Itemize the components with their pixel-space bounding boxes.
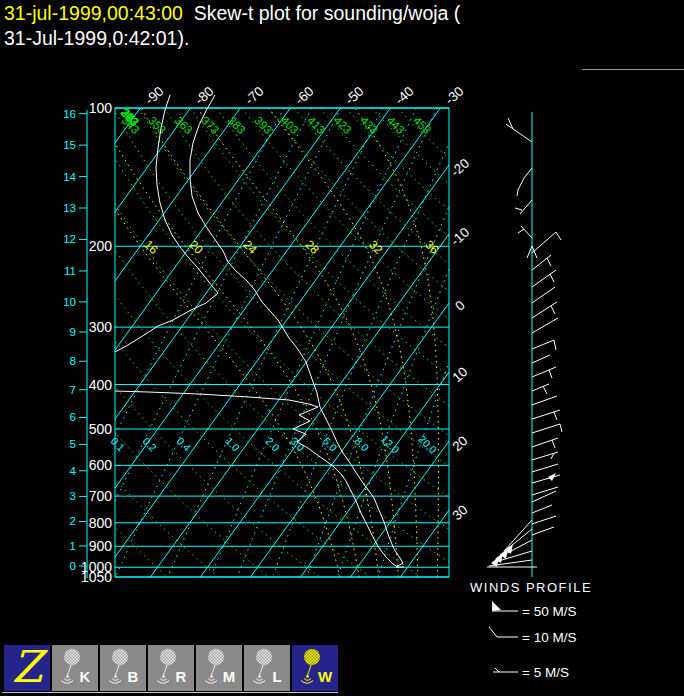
dry-adiabat-label: 413 [305, 114, 327, 136]
toolbar-button-k[interactable]: K [52, 645, 98, 691]
height-tick-label: 3 [70, 490, 76, 502]
mixing-ratio-label: 12.0 [379, 433, 402, 456]
mixing-ratio-label: 0.4 [175, 435, 194, 454]
isotherm-right-label: 10 [449, 364, 470, 385]
balloon-icon: M [196, 645, 242, 691]
toolbar-underline [2, 692, 338, 693]
balloon-icon: R [148, 645, 194, 691]
isotherm-top-label: -90 [142, 84, 167, 108]
pressure-labels: 10020030040050060070080090010001050 [81, 100, 112, 585]
script-z-icon: Z [4, 645, 50, 691]
height-tick-label: 12 [63, 233, 76, 245]
balloon-icon: W [292, 645, 338, 691]
height-tick-label: 4 [70, 465, 77, 477]
mixing-ratio-label: 0.1 [108, 435, 127, 454]
wind-legend: = 50 M/S= 10 M/S= 5 M/S [489, 601, 576, 680]
mixing-ratio-label: 0.2 [140, 435, 159, 454]
full-barb-icon [489, 627, 497, 637]
toolbar-button-letter: K [80, 668, 91, 685]
svg-text:600: 600 [89, 457, 113, 473]
svg-text:300: 300 [89, 319, 113, 335]
dry-adiabat-label: 353 [146, 114, 168, 136]
moist-adiabat-label: 32 [366, 237, 386, 257]
toolbar-button-w[interactable]: W [292, 645, 338, 691]
dry-adiabat-label: 453 [411, 114, 433, 136]
isotherm-right-label: 20 [449, 433, 470, 454]
balloon-icon: K [52, 645, 98, 691]
height-tick-label: 15 [63, 139, 76, 151]
skewt-field [0, 108, 684, 577]
isotherm-right-label: -20 [448, 156, 473, 180]
dry-adiabat-label: 393 [252, 114, 274, 136]
moist-adiabat-label: 28 [302, 237, 322, 257]
height-tick-label: 16 [63, 108, 76, 120]
isotherm-right-label: 0 [452, 298, 468, 314]
dewpoint-trace [115, 95, 218, 352]
wind-barbs [487, 118, 562, 567]
isotherm-right-label: 30 [449, 502, 470, 523]
svg-text:100: 100 [89, 100, 113, 116]
dry-adiabat-label: 423 [332, 114, 354, 136]
moist-adiabat-label: 24 [240, 237, 260, 257]
isotherm-top-label: -40 [392, 84, 417, 108]
isotherms [0, 108, 684, 577]
height-tick-label: 13 [63, 202, 76, 214]
pressure-gridlines [115, 108, 449, 577]
mixing-ratio-label: 3.0 [288, 435, 307, 454]
moist-adiabat-label: 36 [422, 237, 442, 257]
wind-legend-label: = 50 M/S [522, 604, 576, 619]
toolbar-button-b[interactable]: B [100, 645, 146, 691]
svg-text:200: 200 [89, 238, 113, 254]
isotherm-top-label: -80 [192, 84, 217, 108]
dry-adiabat-label: 433 [358, 114, 380, 136]
plot-border [115, 108, 449, 577]
isotherm-right-label: -10 [448, 225, 473, 249]
toolbar-button-letter: M [223, 668, 236, 685]
toolbar-button-l[interactable]: L [244, 645, 290, 691]
mixing-ratio-label: 20.0 [416, 433, 439, 456]
balloon-icon: B [100, 645, 146, 691]
winds-profile-label: WINDS PROFILE [470, 580, 592, 595]
isotherm-top-label: -30 [442, 84, 467, 108]
flag-50ms-icon [492, 601, 501, 611]
isotherm-top-label: -70 [242, 84, 267, 108]
height-tick-label: 6 [70, 411, 76, 423]
dry-adiabat-label: 383 [226, 114, 248, 136]
toolbar-button-r[interactable]: R [148, 645, 194, 691]
isotherm-top-label: -60 [292, 84, 317, 108]
height-tick-label: 7 [70, 384, 76, 396]
wind-legend-label: = 5 M/S [522, 665, 569, 680]
svg-text:1050: 1050 [81, 569, 112, 585]
svg-text:Z: Z [12, 645, 49, 691]
toolbar-button-z[interactable]: Z [4, 645, 50, 691]
svg-text:900: 900 [89, 538, 113, 554]
dewpoint-trace-lower [115, 391, 399, 568]
dry-adiabat-label: 403 [279, 114, 301, 136]
height-tick-label: 8 [70, 355, 76, 367]
balloon-icon: L [244, 645, 290, 691]
dry-adiabat-label: 363 [173, 114, 195, 136]
height-tick-label: 1 [70, 540, 76, 552]
mixing-ratio-label: 2.0 [263, 435, 282, 454]
height-tick-label: 14 [63, 171, 76, 183]
height-axis: 012345678910111213141516 [63, 108, 87, 578]
toolbar-button-letter: B [128, 668, 139, 685]
mixing-ratio-label: 5.0 [321, 435, 340, 454]
toolbar-button-letter: L [272, 668, 281, 685]
wind-legend-label: = 10 M/S [522, 630, 576, 645]
mixing-ratio-label: 1.0 [223, 435, 242, 454]
height-tick-label: 9 [70, 326, 76, 338]
toolbar-button-letter: R [176, 668, 187, 685]
svg-text:800: 800 [89, 515, 113, 531]
svg-text:500: 500 [89, 421, 113, 437]
isotherm-top-label: -50 [342, 84, 367, 108]
height-tick-label: 5 [70, 438, 76, 450]
height-tick-label: 0 [70, 560, 76, 572]
toolbar-button-m[interactable]: M [196, 645, 242, 691]
page-root: 31-jul-1999,00:43:00 Skew-t plot for sou… [0, 0, 684, 696]
toolbar-button-letter: W [318, 668, 333, 685]
height-tick-label: 11 [64, 265, 76, 277]
dry-adiabat-label: 443 [385, 114, 407, 136]
svg-text:400: 400 [89, 377, 113, 393]
height-tick-label: 10 [63, 296, 76, 308]
